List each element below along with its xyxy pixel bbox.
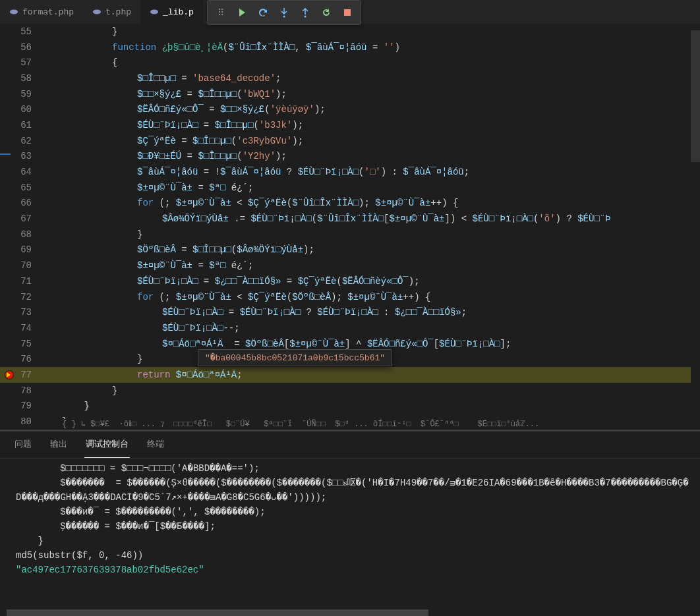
- svg-point-3: [283, 16, 285, 18]
- code-content: $ÉÙ□¨Þï¡□À□ = $ÉÙ□¨Þï¡□À□ ? $ÉÙ□¨Þï¡□À□ …: [46, 307, 467, 318]
- code-content: }: [46, 385, 117, 396]
- code-line[interactable]: 56function ¿þ§□û□è¸¦èÄ($¨Ûî□Îx¨ÌÌÀ□, $¯â…: [0, 40, 700, 55]
- tab-label: format.php: [22, 7, 74, 17]
- step-into-button[interactable]: [279, 7, 289, 18]
- line-number: 75: [0, 339, 46, 349]
- panel-tab-terminal[interactable]: 终端: [146, 435, 165, 458]
- console-line: "ac497ec177637639378ab02fbd5e62ec": [16, 563, 693, 577]
- code-line[interactable]: 60$ËÂÓ□ñ£ý«□Ô¯ = $□□×§ý¿£('ÿèúÿøÿ');: [0, 101, 700, 117]
- php-icon: [9, 7, 18, 16]
- console-line: $������� = $������(Ș×θ�����($��������($�…: [16, 476, 693, 505]
- line-number: 61: [0, 120, 46, 130]
- code-content: for (; $±¤µ©¨Ù¯à± < $Ç¯ýªËè($Öºß□èÂ); $±…: [46, 292, 430, 302]
- line-number: 65: [0, 182, 46, 193]
- code-content: }: [46, 354, 142, 364]
- code-editor[interactable]: 55}56function ¿þ§□û□è¸¦èÄ($¨Ûî□Îx¨ÌÌÀ□, …: [0, 24, 700, 431]
- code-content: {: [46, 57, 117, 68]
- console-line: md5(substr($f, 0, -46)): [16, 548, 693, 563]
- code-line[interactable]: 79 }: [0, 399, 700, 414]
- code-line[interactable]: 64$¯âùÁ¯¤¦âóü = !$¯âùÁ¯¤¦âóü ? $ÉÙ□¨Þï¡□…: [0, 164, 700, 180]
- debug-console-output[interactable]: $□□□□□□□ = $□□□¬□□□□('A�BBD��A�=='); $��…: [0, 459, 700, 616]
- code-line[interactable]: 65$±¤µ©¨Ù¯à± = $ª□ é¿´;: [0, 180, 700, 196]
- horizontal-scrollbar[interactable]: [0, 609, 700, 616]
- line-number: 58: [0, 73, 46, 84]
- line-number: 56: [0, 42, 46, 53]
- code-content: $□Î□□µ□ = 'base64_decode';: [46, 73, 281, 84]
- code-line[interactable]: 69$Öºß□èÂ = $□Î□□µ□($Âø¾ÖÝï□ýÙå±);: [0, 242, 700, 258]
- tab-label: _lib.p: [163, 7, 194, 17]
- restart-button[interactable]: [321, 7, 332, 18]
- code-content: $±¤µ©¨Ù¯à± = $ª□ é¿´;: [46, 260, 253, 271]
- svg-point-0: [10, 10, 18, 14]
- minimap-thumb[interactable]: [691, 30, 700, 162]
- panel-tabs: 问题 输出 调试控制台 终端: [0, 432, 700, 459]
- code-line[interactable]: 58$□Î□□µ□ = 'base64_decode';: [0, 70, 700, 86]
- line-number: 60: [0, 104, 46, 115]
- code-line[interactable]: 73$ÉÙ□¨Þï¡□À□ = $ÉÙ□¨Þï¡□À□ ? $ÉÙ□¨Þï¡□À…: [0, 304, 700, 320]
- panel-tab-output[interactable]: 输出: [49, 435, 69, 458]
- tab-format-php[interactable]: format.php: [0, 0, 83, 24]
- code-line[interactable]: 66for (; $±¤µ©¨Ù¯à± < $Ç¯ýªËè($¨Ûî□Îx¨ÌÌ…: [0, 196, 700, 211]
- line-number: 76: [0, 354, 46, 364]
- step-over-button[interactable]: [258, 7, 268, 18]
- debug-hover-tooltip: "�ba00045b8bc0521071a0b9c15bcc5b61": [198, 349, 392, 366]
- code-line[interactable]: 68}: [0, 227, 700, 242]
- code-content: $Öºß□èÂ = $□Î□□µ□($Âø¾ÖÝï□ýÙå±);: [46, 244, 314, 255]
- line-number: 72: [0, 292, 46, 302]
- code-content: }: [46, 229, 142, 240]
- bottom-panel: 问题 输出 调试控制台 终端 $□□□□□□□ = $□□□¬□□□□('A�B…: [0, 432, 700, 616]
- continue-button[interactable]: [237, 7, 247, 18]
- code-line[interactable]: 71$ÉÙ□¨Þï¡□À□ = $¿□□¯À□□ïÓ§» = $Ç¯ýªËè($…: [0, 273, 700, 289]
- line-number: 67: [0, 213, 46, 224]
- panel-tab-debug-console[interactable]: 调试控制台: [84, 435, 130, 458]
- tab-lib-php[interactable]: _lib.p: [140, 0, 203, 24]
- code-line[interactable]: 62$Ç¯ýªËè = $□Î□□µ□('c3RybGVu');: [0, 133, 700, 149]
- code-line[interactable]: 59$□□×§ý¿£ = $□Î□□µ□('bWQ1');: [0, 86, 700, 102]
- stop-button[interactable]: [342, 7, 353, 18]
- code-line[interactable]: 55}: [0, 24, 700, 40]
- code-content: $¯âùÁ¯¤¦âóü = !$¯âùÁ¯¤¦âóü ? $ÉÙ□¨Þï¡□À□…: [46, 167, 469, 177]
- gutter-marker: [0, 154, 11, 155]
- line-number: 80: [0, 416, 46, 427]
- console-line: $���и�¯ = $���������(',', $��������);: [16, 505, 693, 519]
- tab-t-php[interactable]: t.php: [83, 0, 140, 24]
- line-number: 57: [0, 57, 46, 68]
- code-content: $ÉÙ□¨Þï¡□À□ = $□Î□□µ□('b3Jk');: [46, 120, 303, 130]
- code-line[interactable]: 70$±¤µ©¨Ù¯à± = $ª□ é¿´;: [0, 258, 700, 273]
- svg-point-1: [93, 10, 101, 14]
- line-number: 71: [0, 276, 46, 287]
- code-line[interactable]: 74$ÉÙ□¨Þï¡□À□--;: [0, 320, 700, 336]
- line-number: 74: [0, 323, 46, 333]
- line-number: 66: [0, 198, 46, 208]
- line-number: 55: [0, 26, 46, 37]
- code-content: $Ç¯ýªËè = $□Î□□µ□('c3RybGVu');: [46, 136, 303, 146]
- code-content: $Âø¾ÖÝï□ýÙå± .= $ÉÙ□¨Þï¡□À□($¨Ûî□Îx¨ÌÌÀ□…: [46, 213, 611, 224]
- code-content: }: [46, 26, 117, 37]
- step-out-button[interactable]: [300, 7, 310, 18]
- code-line[interactable]: 63$□Ð¥□±ÉÚ = $□Î□□µ□('Y2hy');: [0, 149, 700, 165]
- scrollbar-thumb[interactable]: [7, 609, 428, 616]
- code-content: $□Ð¥□±ÉÚ = $□Î□□µ□('Y2hy');: [46, 151, 287, 161]
- svg-point-4: [304, 16, 306, 18]
- code-line[interactable]: 61$ÉÙ□¨Þï¡□À□ = $□Î□□µ□('b3Jk');: [0, 117, 700, 133]
- code-content: $±¤µ©¨Ù¯à± = $ª□ é¿´;: [46, 182, 253, 193]
- panel-tab-problems[interactable]: 问题: [13, 435, 33, 458]
- code-line[interactable]: 57{: [0, 55, 700, 70]
- drag-grip-icon[interactable]: ⠿: [216, 7, 226, 18]
- console-line: }: [16, 534, 693, 548]
- code-content: return $¤□Áö□ª¤Á¹Ä;: [46, 370, 243, 380]
- line-number: 73: [0, 307, 46, 318]
- console-line: Ș������ = $���и�¯[$��Ƃ����];: [16, 519, 693, 534]
- code-content: }: [46, 401, 90, 411]
- tab-label: t.php: [105, 7, 131, 17]
- line-number: 70: [0, 260, 46, 271]
- php-icon: [150, 7, 159, 16]
- line-number: 59: [0, 89, 46, 99]
- code-line[interactable]: 72for (; $±¤µ©¨Ù¯à± < $Ç¯ýªËè($Öºß□èÂ); …: [0, 289, 700, 305]
- code-line[interactable]: 78}: [0, 383, 700, 399]
- console-line: $□□□□□□□ = $□□□¬□□□□('A�BBD��A�==');: [16, 461, 693, 476]
- minimap[interactable]: [691, 24, 700, 431]
- code-content: function ¿þ§□û□è¸¦èÄ($¨Ûî□Îx¨ÌÌÀ□, $¯âùÁ…: [46, 42, 400, 53]
- code-line[interactable]: 67$Âø¾ÖÝï□ýÙå± .= $ÉÙ□¨Þï¡□À□($¨Ûî□Îx¨ÌÌ…: [0, 211, 700, 227]
- code-line[interactable]: 77return $¤□Áö□ª¤Á¹Ä;: [0, 367, 700, 383]
